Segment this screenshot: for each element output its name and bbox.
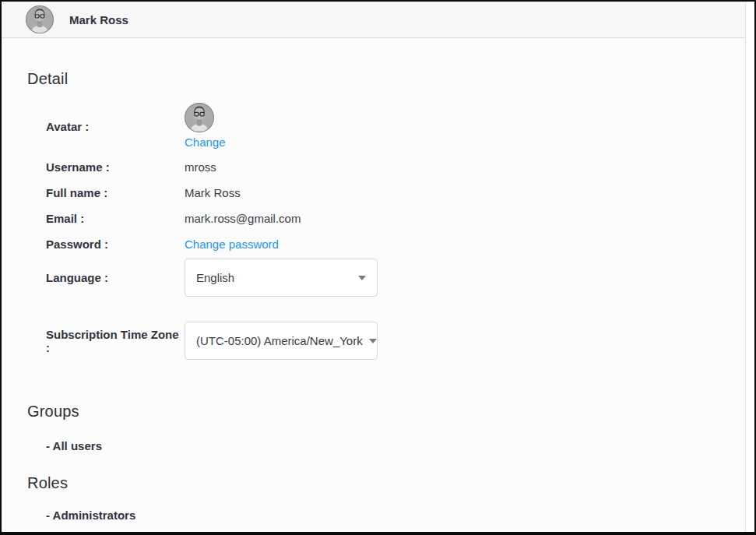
chevron-down-icon <box>358 276 366 280</box>
language-label: Language : <box>46 271 185 284</box>
profile-content: Detail Avatar : Change Username : mross … <box>2 38 754 523</box>
language-selected-value: English <box>196 270 234 285</box>
language-select[interactable]: English <box>185 259 378 297</box>
vertical-scrollbar[interactable] <box>745 2 754 532</box>
email-label: Email : <box>46 212 185 225</box>
password-label: Password : <box>46 238 185 251</box>
avatar-label: Avatar : <box>46 120 185 133</box>
username-value: mross <box>185 160 216 174</box>
timezone-label: Subscription Time Zone : <box>46 328 185 354</box>
group-list-item: - All users <box>46 438 754 453</box>
avatar-field-row: Avatar : Change <box>46 103 754 150</box>
timezone-field-row: Subscription Time Zone : (UTC-05:00) Ame… <box>46 322 754 360</box>
password-field-row: Password : Change password <box>46 237 754 252</box>
app-window: Mark Ross Detail Avatar : Change Usernam… <box>0 0 756 535</box>
change-avatar-link[interactable]: Change <box>185 135 226 150</box>
timezone-select[interactable]: (UTC-05:00) America/New_York <box>185 322 378 360</box>
avatar-value-block: Change <box>185 103 226 150</box>
username-field-row: Username : mross <box>46 160 754 174</box>
email-field-row: Email : mark.ross@gmail.com <box>46 211 754 226</box>
fullname-value: Mark Ross <box>185 185 241 200</box>
user-avatar-icon <box>26 5 54 33</box>
username-label: Username : <box>46 160 185 174</box>
email-value: mark.ross@gmail.com <box>185 211 301 226</box>
timezone-selected-value: (UTC-05:00) America/New_York <box>196 333 363 348</box>
profile-avatar-image <box>185 103 214 132</box>
page-header: Mark Ross <box>2 2 754 38</box>
chevron-down-icon <box>369 339 377 343</box>
header-user-name: Mark Ross <box>69 13 128 26</box>
role-list-item: - Administrators <box>46 508 754 523</box>
change-password-link[interactable]: Change password <box>185 237 279 252</box>
fullname-field-row: Full name : Mark Ross <box>46 185 754 200</box>
groups-section-title: Groups <box>27 403 754 421</box>
fullname-label: Full name : <box>46 186 185 199</box>
roles-section-title: Roles <box>27 474 754 492</box>
detail-section-title: Detail <box>27 38 754 88</box>
language-field-row: Language : English <box>46 259 754 297</box>
